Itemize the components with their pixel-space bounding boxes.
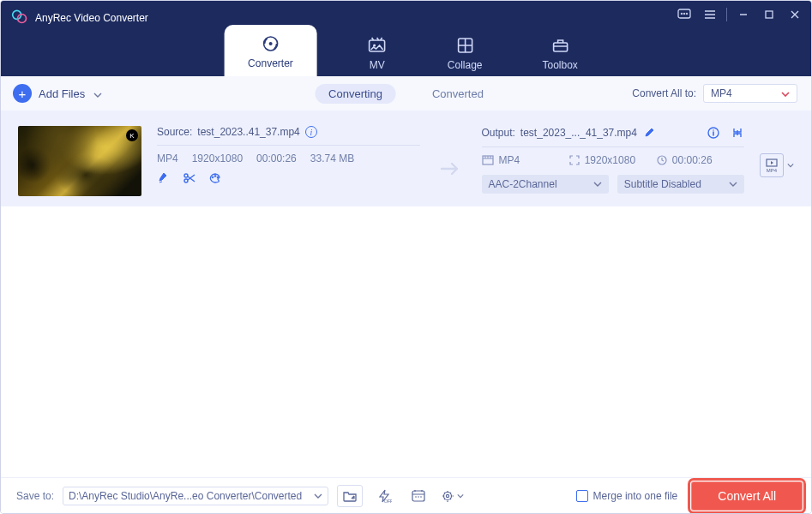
output-format-button[interactable]: MP4 (760, 126, 794, 177)
status-tab-converted[interactable]: Converted (418, 84, 497, 104)
chevron-down-icon (93, 87, 102, 100)
output-duration: 00:00:26 (672, 154, 713, 166)
thumb-badge-icon: K (126, 129, 138, 141)
tab-converter[interactable]: Converter (224, 25, 317, 76)
source-label: Source: (157, 126, 192, 138)
resolution-icon (569, 155, 580, 165)
merge-label: Merge into one file (593, 490, 678, 502)
source-column: Source: test_2023..41_37.mp4 i MP4 1920x… (157, 126, 420, 185)
source-tools (157, 171, 420, 185)
add-files-button[interactable]: + Add Files (13, 84, 102, 103)
merge-checkbox[interactable]: Merge into one file (576, 490, 678, 502)
convert-all-to-value: MP4 (711, 87, 732, 99)
svg-point-16 (214, 176, 216, 177)
palette-enhance-icon[interactable] (208, 171, 222, 185)
save-path-dropdown[interactable]: D:\AnyRec Studio\AnyRe...eo Converter\Co… (63, 487, 328, 505)
close-button[interactable] (784, 4, 806, 25)
convert-all-to-label: Convert All to: (632, 87, 696, 99)
source-duration: 00:00:26 (256, 152, 297, 164)
audio-select-value: AAC-2Channel (489, 178, 557, 190)
output-resolution: 1920x1080 (585, 154, 635, 166)
minimize-button[interactable] (732, 4, 755, 25)
chevron-down-icon (314, 493, 322, 499)
compress-icon[interactable] (731, 126, 744, 140)
format-badge: MP4 (760, 153, 784, 177)
footer: Save to: D:\AnyRec Studio\AnyRe...eo Con… (1, 477, 811, 513)
tab-label: Converter (248, 57, 293, 69)
separator (726, 8, 727, 21)
chevron-down-icon (457, 493, 464, 499)
source-resolution: 1920x1080 (192, 152, 243, 164)
svg-point-26 (420, 496, 422, 498)
status-tab-converting[interactable]: Converting (315, 84, 396, 104)
maximize-button[interactable] (758, 4, 780, 25)
video-thumbnail[interactable]: K (18, 126, 141, 196)
output-label: Output: (482, 127, 515, 139)
nav-tabs: Converter MV Collage Toolbox (224, 25, 588, 76)
chevron-down-icon (729, 182, 737, 187)
mv-icon (367, 35, 388, 56)
info-circle-icon[interactable] (707, 126, 720, 140)
svg-point-25 (418, 496, 419, 498)
toolbox-icon (550, 35, 570, 56)
clock-icon (657, 155, 667, 165)
svg-point-28 (446, 494, 448, 497)
svg-point-8 (268, 42, 272, 45)
subtitle-select[interactable]: Subtitle Disabled (617, 175, 744, 194)
svg-rect-23 (412, 491, 424, 501)
convert-all-to-dropdown[interactable]: MP4 (703, 84, 797, 103)
svg-point-17 (217, 176, 219, 178)
output-meta: MP4 1920x1080 00:00:26 (482, 154, 745, 166)
chevron-down-icon (787, 163, 794, 168)
output-filename: test_2023_..._41_37.mp4 (520, 127, 637, 139)
svg-point-4 (683, 13, 685, 15)
arrow-icon (436, 146, 466, 176)
feedback-icon[interactable] (673, 4, 695, 25)
open-folder-button[interactable] (337, 485, 363, 507)
toolbar: + Add Files Converting Converted Convert… (1, 76, 811, 111)
video-icon (482, 155, 494, 165)
menu-icon[interactable] (699, 4, 721, 25)
tab-label: Collage (448, 59, 483, 71)
convert-all-to: Convert All to: MP4 (632, 84, 797, 103)
save-path-value: D:\AnyRec Studio\AnyRe...eo Converter\Co… (69, 490, 302, 502)
save-to-label: Save to: (16, 490, 54, 502)
source-filename: test_2023..41_37.mp4 (197, 126, 299, 138)
task-schedule-button[interactable] (406, 485, 431, 507)
converter-icon (260, 33, 280, 54)
scissors-trim-icon[interactable] (183, 171, 196, 185)
svg-point-13 (184, 174, 188, 177)
svg-text:OFF: OFF (384, 499, 392, 503)
app-logo-area: AnyRec Video Converter (11, 8, 148, 27)
hardware-accel-button[interactable]: OFF (371, 485, 397, 507)
svg-rect-6 (766, 11, 773, 18)
settings-button[interactable] (440, 485, 466, 507)
tab-label: Toolbox (543, 59, 578, 71)
svg-rect-12 (553, 43, 567, 51)
svg-point-14 (184, 179, 188, 182)
file-row: K Source: test_2023..41_37.mp4 i MP4 192… (1, 111, 811, 206)
add-files-label: Add Files (39, 87, 85, 100)
titlebar: AnyRec Video Converter Converter MV Coll… (1, 1, 811, 76)
tab-mv[interactable]: MV (357, 28, 398, 76)
svg-point-24 (415, 496, 417, 498)
tab-toolbox[interactable]: Toolbox (532, 28, 588, 76)
pin-edit-icon[interactable] (157, 171, 171, 185)
info-icon[interactable]: i (305, 126, 317, 138)
checkbox-icon (576, 490, 588, 502)
audio-select[interactable]: AAC-2Channel (482, 175, 609, 194)
source-size: 33.74 MB (310, 152, 354, 164)
chevron-down-icon (593, 182, 602, 187)
tab-collage[interactable]: Collage (437, 28, 493, 76)
app-logo-icon (11, 8, 28, 27)
output-format: MP4 (499, 154, 520, 166)
status-tabs: Converting Converted (315, 84, 497, 104)
pencil-rename-icon[interactable] (642, 126, 656, 140)
svg-point-5 (686, 13, 688, 15)
source-format: MP4 (157, 152, 178, 164)
chevron-down-icon (781, 87, 790, 99)
output-column: Output: test_2023_..._41_37.mp4 MP4 1920… (482, 126, 745, 194)
tab-label: MV (370, 59, 385, 71)
divider (482, 146, 745, 147)
convert-all-button[interactable]: Convert All (691, 481, 803, 511)
